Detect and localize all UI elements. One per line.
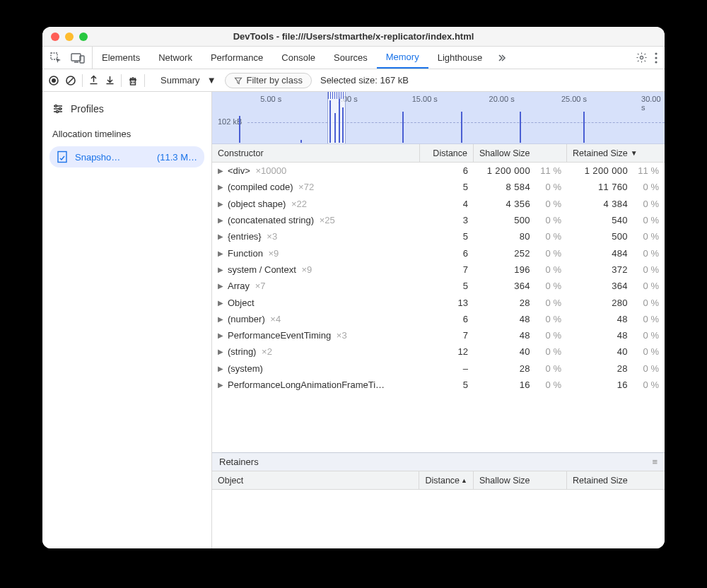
tab-network[interactable]: Network xyxy=(149,47,201,69)
table-row[interactable]: ▶(compiled code) ×7258 5840 %11 7600 % xyxy=(212,179,665,195)
header-constructor[interactable]: Constructor xyxy=(212,144,420,162)
instance-count: ×3 xyxy=(264,231,277,242)
tab-lighthouse[interactable]: Lighthouse xyxy=(428,47,492,69)
collect-garbage-icon[interactable] xyxy=(127,75,139,86)
tab-memory[interactable]: Memory xyxy=(377,47,428,69)
table-row[interactable]: ▶<div> ×1000061 200 00011 %1 200 00011 % xyxy=(212,163,665,179)
expand-icon[interactable]: ▶ xyxy=(218,299,225,307)
retainers-header-distance[interactable]: Distance xyxy=(419,471,474,489)
table-row[interactable]: ▶(object shape) ×2244 3560 %4 3840 % xyxy=(212,196,665,212)
minimize-window-button[interactable] xyxy=(65,33,74,41)
constructor-name: (string) xyxy=(228,346,256,357)
expand-icon[interactable]: ▶ xyxy=(218,315,225,323)
gear-icon[interactable] xyxy=(636,52,648,64)
tab-elements[interactable]: Elements xyxy=(93,47,149,69)
shallow-size: 48 xyxy=(520,330,530,341)
table-row[interactable]: ▶system / Context ×971960 %3720 % xyxy=(212,261,665,278)
svg-point-8 xyxy=(52,78,56,83)
table-row[interactable]: ▶(number) ×46480 %480 % xyxy=(212,311,665,327)
constructor-name: Function xyxy=(228,248,263,259)
sliders-icon[interactable] xyxy=(52,104,64,114)
retainers-header-shallow[interactable]: Shallow Size xyxy=(474,471,567,489)
table-row[interactable]: ▶Function ×962520 %4840 % xyxy=(212,245,665,261)
snapshot-name: Snapsho… xyxy=(75,152,120,163)
retained-size: 48 xyxy=(617,314,628,324)
inspect-element-icon[interactable] xyxy=(49,52,62,64)
table-row[interactable]: ▶(string) ×212400 %400 % xyxy=(212,343,665,360)
expand-icon[interactable]: ▶ xyxy=(218,331,225,339)
close-window-button[interactable] xyxy=(51,33,59,41)
hamburger-icon[interactable]: ≡ xyxy=(652,457,658,467)
retained-pct: 0 % xyxy=(635,298,659,308)
expand-icon[interactable]: ▶ xyxy=(218,200,225,208)
expand-icon[interactable]: ▶ xyxy=(218,167,225,175)
snapshot-size: (11.3 M… xyxy=(157,152,197,163)
header-retained[interactable]: Retained Size▼ xyxy=(567,144,665,162)
table-row[interactable]: ▶Array ×753640 %3640 % xyxy=(212,278,665,294)
shallow-size: 28 xyxy=(520,363,530,374)
expand-icon[interactable]: ▶ xyxy=(218,381,225,389)
import-icon[interactable] xyxy=(105,75,115,86)
retainers-title: Retainers xyxy=(219,457,259,467)
table-row[interactable]: ▶(system)–280 %280 % xyxy=(212,360,665,377)
table-row[interactable]: ▶PerformanceEventTiming ×37480 %480 % xyxy=(212,327,665,343)
filter-icon xyxy=(234,76,243,85)
retained-pct: 0 % xyxy=(635,248,659,259)
shallow-pct: 0 % xyxy=(537,231,561,242)
timeline-tick: 15.00 s xyxy=(412,95,438,103)
distance-cell: 5 xyxy=(420,281,474,291)
timeline-kb-label: 102 kB xyxy=(218,117,242,126)
expand-icon[interactable]: ▶ xyxy=(218,183,225,191)
chevron-down-icon: ▼ xyxy=(207,75,216,86)
selected-size-label: Selected size: 167 kB xyxy=(320,75,409,86)
timeline-bar xyxy=(300,140,302,143)
shallow-pct: 0 % xyxy=(537,215,561,225)
constructor-name: <div> xyxy=(228,165,250,176)
header-shallow[interactable]: Shallow Size xyxy=(474,144,567,162)
instance-count: ×7 xyxy=(252,281,265,291)
timeline-bar xyxy=(342,107,344,143)
allocation-timeline[interactable]: 102 kB 5.00 s).00 s15.00 s20.00 s25.00 s… xyxy=(212,92,665,144)
timeline-tick: 5.00 s xyxy=(260,95,281,103)
snapshot-item[interactable]: Snapsho… (11.3 M… xyxy=(49,146,204,167)
expand-icon[interactable]: ▶ xyxy=(218,266,225,274)
timeline-bar xyxy=(239,116,240,143)
timeline-bar xyxy=(461,112,462,143)
constructor-name: (number) xyxy=(228,314,265,324)
device-toolbar-icon[interactable] xyxy=(71,52,85,64)
zoom-window-button[interactable] xyxy=(79,33,88,41)
tab-performance[interactable]: Performance xyxy=(201,47,272,69)
constructor-name: (object shape) xyxy=(228,199,286,209)
table-row[interactable]: ▶(concatenated string) ×2535000 %5400 % xyxy=(212,212,665,228)
more-tabs-icon[interactable] xyxy=(491,47,511,69)
tab-sources[interactable]: Sources xyxy=(325,47,377,69)
table-row[interactable]: ▶Object13280 %2800 % xyxy=(212,294,665,310)
retainers-empty xyxy=(212,490,665,548)
expand-icon[interactable]: ▶ xyxy=(218,216,225,224)
expand-icon[interactable]: ▶ xyxy=(218,365,225,372)
table-row[interactable]: ▶{entries} ×35800 %5000 % xyxy=(212,228,665,245)
table-row[interactable]: ▶PerformanceLongAnimationFrameTi…5160 %1… xyxy=(212,377,665,393)
view-mode-dropdown[interactable]: Summary ▼ xyxy=(160,75,216,86)
expand-icon[interactable]: ▶ xyxy=(218,233,225,240)
timeline-bar xyxy=(339,99,340,143)
instance-count: ×2 xyxy=(259,346,271,357)
record-icon[interactable] xyxy=(48,75,59,86)
clear-icon[interactable] xyxy=(65,75,76,86)
constructor-name: (system) xyxy=(228,363,263,374)
expand-icon[interactable]: ▶ xyxy=(218,249,225,257)
tab-console[interactable]: Console xyxy=(272,47,325,69)
export-icon[interactable] xyxy=(88,75,99,86)
distance-cell: 12 xyxy=(420,346,474,357)
retainers-header-object[interactable]: Object xyxy=(212,471,419,489)
expand-icon[interactable]: ▶ xyxy=(218,348,225,355)
table-header: Constructor Distance Shallow Size Retain… xyxy=(212,144,665,163)
class-filter-input[interactable]: Filter by class xyxy=(225,73,312,88)
sort-desc-icon: ▼ xyxy=(631,149,638,157)
constructor-name: PerformanceLongAnimationFrameTi… xyxy=(228,380,385,390)
header-distance[interactable]: Distance xyxy=(420,144,474,162)
retainers-header-retained[interactable]: Retained Size xyxy=(567,471,665,489)
retained-size: 540 xyxy=(612,215,628,225)
kebab-menu-icon[interactable] xyxy=(655,52,658,64)
expand-icon[interactable]: ▶ xyxy=(218,282,225,290)
